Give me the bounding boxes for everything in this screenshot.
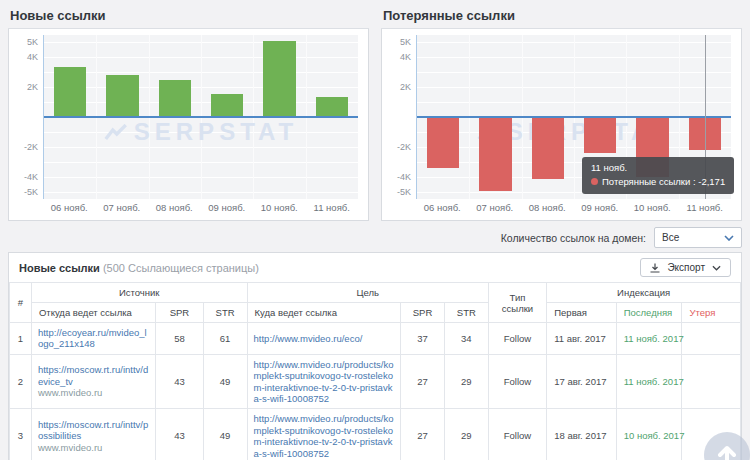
source-spr-value: 58	[156, 323, 204, 355]
chart-title-new-links: Новые ссылки	[8, 6, 369, 29]
bar[interactable]	[159, 80, 191, 117]
new-links-chart-section: Новые ссылки SERPSTAT 06 нояб.07 нояб.08…	[8, 6, 369, 221]
bar[interactable]	[532, 118, 564, 179]
table-group-header-row: # Источник Цель Тип ссылки Индексация	[10, 283, 741, 303]
x-axis-label: 10 нояб.	[626, 202, 679, 213]
download-icon	[650, 263, 660, 273]
y-axis-tick: 2K	[9, 82, 38, 92]
last-seen-date: 10 нояб. 2017	[616, 409, 682, 460]
col-last-seen: Последняя	[616, 303, 682, 323]
y-axis-tick: -4K	[382, 172, 411, 182]
source-str-value: 49	[203, 354, 247, 409]
target-url-cell: http://www.mvideo.ru/products/komplekt-s…	[247, 354, 401, 409]
bar[interactable]	[54, 67, 86, 117]
x-axis-label: 07 нояб.	[469, 202, 522, 213]
bar[interactable]	[263, 41, 295, 117]
domain-links-filter-row: Количество ссылок на домен: Все	[0, 221, 750, 252]
source-url-cell: https://moscow.rt.ru/inttv/possibilities…	[31, 409, 155, 460]
serpstat-logo-icon	[104, 124, 128, 141]
bar[interactable]	[106, 75, 138, 117]
row-number: 2	[10, 354, 32, 409]
x-axis-label: 06 нояб.	[43, 202, 96, 213]
x-axis-label: 09 нояб.	[201, 202, 254, 213]
target-str-value: 29	[444, 354, 488, 409]
target-spr-value: 27	[401, 354, 445, 409]
source-spr-value: 43	[156, 409, 204, 460]
source-spr-value: 43	[156, 354, 204, 409]
table-title: Новые ссылки (500 Ссылающиеся страницы)	[19, 262, 259, 274]
new-links-chart: SERPSTAT 06 нояб.07 нояб.08 нояб.09 нояб…	[8, 29, 369, 221]
link-type-value: Follow	[488, 409, 546, 460]
col-link-type: Тип ссылки	[488, 283, 546, 323]
watermark-text: SERPSTAT	[134, 118, 298, 146]
bar[interactable]	[479, 118, 511, 191]
target-spr-value: 27	[401, 409, 445, 460]
target-url-link[interactable]: http://www.mvideo.ru/products/komplekt-s…	[254, 359, 395, 405]
col-first-seen: Первая	[547, 303, 616, 323]
x-axis-label: 10 нояб.	[253, 202, 306, 213]
target-spr-value: 37	[401, 323, 445, 355]
last-seen-date: 11 нояб. 2017	[616, 354, 682, 409]
x-axis-label: 08 нояб.	[148, 202, 201, 213]
col-group-indexing: Индексация	[547, 283, 741, 303]
tooltip-series-line: Потерянные ссылки : -2,171	[591, 175, 725, 189]
first-seen-date: 17 авг. 2017	[547, 354, 616, 409]
table-row: 1 http://ecoyear.ru/mvideo_logo_211x148 …	[10, 323, 741, 355]
chart-tooltip: 11 нояб. Потерянные ссылки : -2,171	[582, 157, 734, 194]
source-domain: www.mvideo.ru	[38, 387, 102, 398]
x-axis-label: 09 нояб.	[574, 202, 627, 213]
col-index: #	[10, 283, 32, 323]
col-target-spr: SPR	[401, 303, 445, 323]
source-domain: www.mvideo.ru	[38, 442, 102, 453]
row-number: 3	[10, 409, 32, 460]
col-source-str: STR	[203, 303, 247, 323]
chart-title-lost-links: Потерянные ссылки	[381, 6, 742, 29]
plot-area: SERPSTAT	[43, 35, 358, 199]
col-source-url: Откуда ведет ссылка	[31, 303, 155, 323]
target-url-cell: http://www.mvideo.ru/products/komplekt-s…	[247, 409, 401, 460]
zero-axis-line	[417, 116, 731, 118]
links-per-domain-select[interactable]: Все	[654, 227, 742, 248]
links-table: # Источник Цель Тип ссылки Индексация От…	[9, 282, 741, 460]
table-row: 2 https://moscow.rt.ru/inttv/device_tvww…	[10, 354, 741, 409]
col-target-url: Куда ведет ссылка	[247, 303, 401, 323]
bar[interactable]	[427, 118, 459, 168]
col-group-source: Источник	[31, 283, 247, 303]
x-axis-labels: 06 нояб.07 нояб.08 нояб.09 нояб.10 нояб.…	[43, 202, 358, 213]
arrow-up-icon	[717, 444, 737, 460]
source-url-link[interactable]: https://moscow.rt.ru/inttv/device_tv	[38, 364, 149, 387]
lost-date	[682, 354, 741, 409]
y-axis-tick: -5K	[9, 187, 38, 197]
table-card-header: Новые ссылки (500 Ссылающиеся страницы) …	[9, 253, 741, 282]
target-str-value: 34	[444, 323, 488, 355]
bar[interactable]	[211, 94, 243, 117]
target-str-value: 29	[444, 409, 488, 460]
chevron-down-icon	[724, 235, 734, 241]
link-type-value: Follow	[488, 354, 546, 409]
bar[interactable]	[584, 118, 616, 153]
x-axis-label: 11 нояб.	[679, 202, 732, 213]
col-lost: Утеря	[682, 303, 741, 323]
y-axis-tick: -2K	[382, 142, 411, 152]
source-url-link[interactable]: https://moscow.rt.ru/inttv/possibilities	[38, 419, 149, 442]
col-target-str: STR	[444, 303, 488, 323]
chevron-down-icon	[712, 265, 721, 271]
source-url-link[interactable]: http://ecoyear.ru/mvideo_logo_211x148	[38, 327, 149, 350]
target-url-link[interactable]: http://www.mvideo.ru/eco/	[254, 333, 395, 344]
source-str-value: 49	[203, 409, 247, 460]
filter-label: Количество ссылок на домен:	[501, 232, 646, 244]
table-sub-header-row: Откуда ведет ссылка SPR STR Куда ведет с…	[10, 303, 741, 323]
x-axis-label: 06 нояб.	[416, 202, 469, 213]
lost-links-chart: SERPSTAT 06 нояб.07 нояб.08 нояб.09 нояб…	[381, 29, 742, 221]
source-url-cell: http://ecoyear.ru/mvideo_logo_211x148	[31, 323, 155, 355]
target-url-cell: http://www.mvideo.ru/eco/	[247, 323, 401, 355]
x-axis-label: 08 нояб.	[521, 202, 574, 213]
y-axis-tick: 4K	[9, 52, 38, 62]
x-axis-labels: 06 нояб.07 нояб.08 нояб.09 нояб.10 нояб.…	[416, 202, 731, 213]
export-button[interactable]: Экспорт	[640, 258, 731, 277]
serpstat-watermark: SERPSTAT	[104, 118, 298, 146]
y-axis-tick: -5K	[382, 187, 411, 197]
bar[interactable]	[316, 97, 348, 117]
first-seen-date: 11 авг. 2017	[547, 323, 616, 355]
target-url-link[interactable]: http://www.mvideo.ru/products/komplekt-s…	[254, 413, 395, 459]
